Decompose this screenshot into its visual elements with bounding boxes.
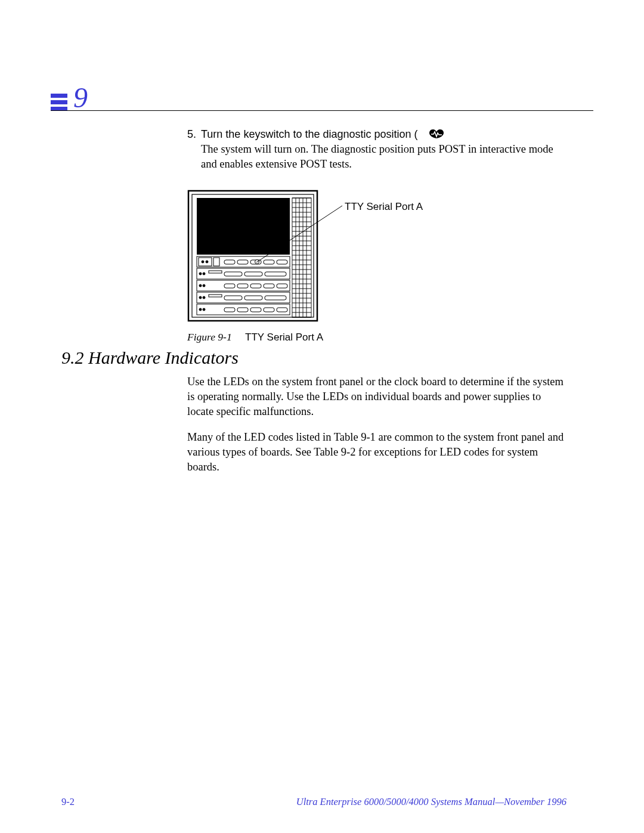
svg-rect-39: [213, 258, 219, 266]
svg-rect-6: [292, 198, 311, 317]
svg-point-64: [199, 296, 202, 299]
svg-point-50: [203, 272, 205, 275]
svg-point-41: [206, 261, 208, 263]
svg-rect-37: [197, 256, 290, 267]
svg-rect-5: [197, 198, 290, 255]
svg-rect-43: [237, 260, 248, 264]
svg-rect-55: [197, 280, 290, 291]
svg-rect-66: [209, 295, 222, 297]
chapter-bars-icon: [51, 92, 67, 112]
diagnostic-icon: [429, 128, 444, 139]
page-footer: 9-2 Ultra Enterprise 6000/5000/4000 Syst…: [61, 796, 566, 808]
section-p1: Use the LEDs on the system front panel o…: [187, 374, 566, 419]
svg-point-40: [202, 261, 204, 263]
figure-number: Figure 9-1: [187, 331, 232, 343]
svg-rect-69: [265, 296, 286, 300]
section-p2: Many of the LED codes listed in Table 9-…: [187, 430, 566, 475]
step-5: 5. Turn the keyswitch to the diagnostic …: [187, 127, 566, 172]
figure-9-1: TTY Serial Port A Figure 9-1 TTY Serial …: [187, 190, 566, 345]
svg-rect-76: [264, 308, 274, 312]
svg-rect-61: [264, 284, 274, 288]
svg-rect-53: [244, 272, 262, 276]
step-number: 5.: [187, 127, 196, 172]
svg-rect-59: [237, 284, 248, 288]
svg-rect-75: [250, 308, 261, 312]
page-number: 9-2: [61, 796, 75, 808]
svg-rect-1: [51, 100, 67, 104]
svg-rect-51: [209, 271, 222, 273]
header-rule: [51, 110, 593, 111]
step-lead: Turn the keyswitch to the diagnostic pos…: [201, 128, 418, 140]
svg-rect-42: [224, 260, 235, 264]
svg-rect-77: [277, 308, 287, 312]
footer-title: Ultra Enterprise 6000/5000/4000 Systems …: [296, 796, 566, 808]
svg-rect-54: [265, 272, 286, 276]
svg-rect-46: [277, 260, 287, 264]
svg-rect-0: [51, 94, 67, 98]
svg-point-72: [203, 308, 205, 311]
figure-callout: TTY Serial Port A: [345, 200, 423, 214]
chapter-header: 9: [51, 83, 593, 112]
section-heading: 9.2 Hardware Indicators: [61, 348, 239, 368]
svg-rect-63: [197, 292, 290, 303]
svg-rect-67: [224, 296, 242, 300]
svg-rect-62: [277, 284, 287, 288]
svg-point-56: [199, 284, 202, 287]
section-body: Use the LEDs on the system front panel o…: [187, 374, 566, 485]
svg-rect-60: [250, 284, 261, 288]
svg-point-65: [203, 296, 205, 299]
figure-caption: Figure 9-1 TTY Serial Port A: [187, 330, 566, 345]
svg-rect-45: [264, 260, 274, 264]
svg-rect-38: [199, 258, 212, 266]
svg-point-49: [199, 272, 202, 275]
svg-rect-74: [237, 308, 248, 312]
figure-title: TTY Serial Port A: [245, 332, 323, 343]
svg-rect-48: [197, 268, 290, 279]
svg-point-57: [203, 284, 205, 287]
svg-rect-52: [224, 272, 242, 276]
svg-rect-73: [224, 308, 235, 312]
svg-rect-68: [244, 296, 262, 300]
svg-rect-58: [224, 284, 235, 288]
step-body: The system will turn on. The diagnostic …: [201, 142, 566, 172]
svg-rect-70: [197, 304, 290, 315]
svg-point-71: [199, 308, 202, 311]
chapter-number: 9: [73, 83, 88, 112]
